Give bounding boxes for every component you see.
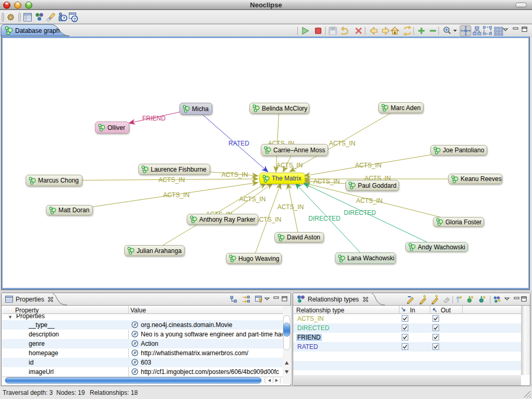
svg-text:ACTS_IN: ACTS_IN <box>239 196 266 203</box>
svg-text:ACTS_IN: ACTS_IN <box>277 203 304 211</box>
svg-text:RATED: RATED <box>228 140 249 147</box>
svg-text:ACTS_IN: ACTS_IN <box>355 162 382 169</box>
svg-text:DIRECTED: DIRECTED <box>344 209 376 216</box>
svg-text:ACTS_IN: ACTS_IN <box>329 140 356 147</box>
svg-text:ACTS_IN: ACTS_IN <box>356 197 383 204</box>
svg-text:ACTS_IN: ACTS_IN <box>163 191 190 199</box>
svg-text:ACTS_IN: ACTS_IN <box>159 176 185 184</box>
svg-text:FRIEND: FRIEND <box>142 115 166 122</box>
svg-text:DIRECTED: DIRECTED <box>308 215 341 222</box>
svg-text:ACTS_IN: ACTS_IN <box>313 178 340 185</box>
svg-text:ACTS_IN: ACTS_IN <box>222 171 248 178</box>
svg-text:ACTS_IN: ACTS_IN <box>276 162 303 169</box>
svg-text:ACTS_IN: ACTS_IN <box>255 216 282 223</box>
